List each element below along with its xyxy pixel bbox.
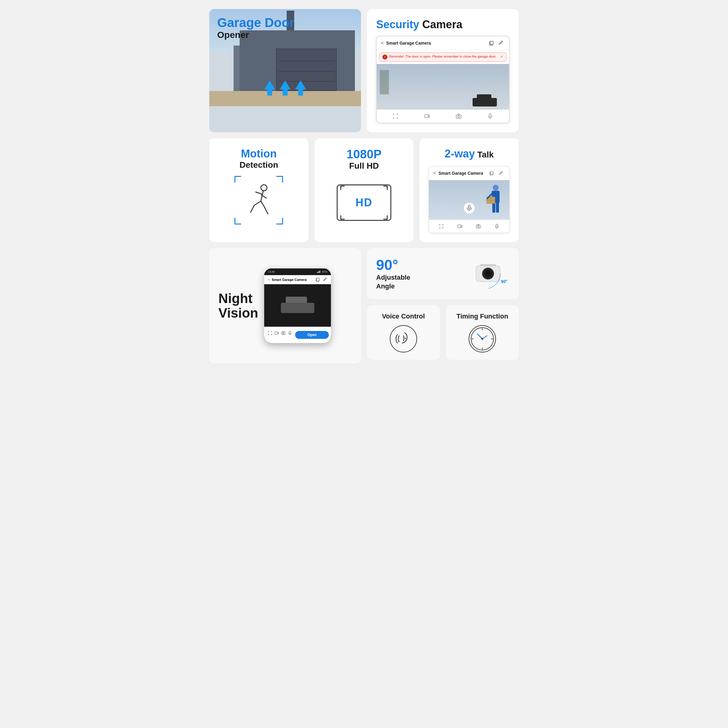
- svg-rect-16: [491, 171, 493, 174]
- svg-rect-35: [320, 271, 320, 273]
- camera-angle-svg: 90°: [461, 254, 509, 293]
- night-car-body: [281, 303, 314, 313]
- motion-brackets: [234, 176, 283, 225]
- microphone-icon[interactable]: [487, 113, 494, 119]
- twoway-camera-icon[interactable]: [475, 223, 482, 229]
- svg-rect-5: [489, 114, 491, 117]
- voice-control-icon: [390, 325, 417, 352]
- garage-title-overlay: Garage Door Opener: [209, 9, 302, 106]
- night-phone-mockup: 13:30 55% < Smart Garage Camera: [264, 268, 331, 343]
- angle-degree: 90°: [376, 257, 455, 273]
- shelf-object: [380, 70, 389, 94]
- alert-text: Reminder: The door is open. Please remem…: [389, 55, 496, 58]
- alert-icon: !: [382, 55, 387, 60]
- svg-point-29: [478, 226, 479, 228]
- hd-corner-tl: [340, 186, 344, 190]
- hd-screen: HD: [337, 184, 391, 221]
- night-edit-icon[interactable]: [323, 278, 327, 282]
- twoway-phone-bottom: [429, 220, 509, 232]
- phone-bottom-bar: [377, 110, 509, 122]
- security-camera-card: Security Camera < Smart Garage Camera ! …: [367, 9, 519, 132]
- twoway-fullscreen-icon[interactable]: [438, 223, 445, 229]
- alert-banner: ! Reminder: The door is open. Please rem…: [379, 52, 506, 61]
- timing-function-card: Timing Function: [446, 305, 519, 360]
- twoway-mic-icon[interactable]: [494, 223, 500, 229]
- hd-label: HD: [355, 196, 373, 209]
- twoway-edit-icon[interactable]: [498, 170, 505, 177]
- svg-rect-30: [496, 224, 498, 227]
- close-alert-button[interactable]: ✕: [500, 55, 503, 59]
- night-camera-view: [264, 284, 331, 327]
- angle-subtitle-line1: Adjustable: [376, 273, 455, 282]
- hd-icon: HD: [337, 183, 391, 222]
- svg-rect-33: [318, 271, 318, 273]
- security-phone-mockup: < Smart Garage Camera ! Reminder: The do…: [376, 36, 509, 123]
- svg-rect-41: [289, 331, 291, 334]
- video-icon[interactable]: [424, 113, 430, 119]
- svg-rect-34: [319, 271, 320, 273]
- garage-title-dark: Opener: [217, 30, 294, 40]
- row2: Motion Detection: [209, 138, 519, 242]
- hd-title-dark: Full HD: [349, 161, 379, 170]
- svg-point-17: [492, 185, 499, 191]
- status-icons: 55%: [317, 270, 327, 273]
- hd-card: 1080P Full HD HD: [315, 138, 414, 242]
- copy-icon[interactable]: [488, 40, 495, 47]
- battery-label: 55%: [322, 270, 327, 273]
- night-copy-icon[interactable]: [316, 278, 320, 282]
- angle-subtitle-line2: Angle: [376, 282, 455, 291]
- hd-corner-bl: [340, 216, 344, 220]
- svg-point-52: [482, 338, 483, 340]
- twoway-talk-card: 2-way Talk < Smart Garage Camera: [419, 138, 519, 242]
- night-video-icon[interactable]: [273, 330, 280, 336]
- twoway-video-icon[interactable]: [457, 223, 463, 229]
- night-open-btn[interactable]: Open: [293, 329, 330, 341]
- motion-detection-card: Motion Detection: [209, 138, 309, 242]
- svg-rect-1: [490, 41, 493, 44]
- svg-rect-20: [496, 202, 499, 213]
- page-wrapper: Garage Door Opener Security Camera < Sma…: [200, 0, 528, 373]
- twoway-copy-icon[interactable]: [488, 170, 496, 177]
- svg-rect-39: [281, 332, 285, 335]
- security-title-dark: Camera: [419, 18, 462, 31]
- svg-point-48: [405, 338, 406, 339]
- hd-corner-tr: [384, 186, 388, 190]
- svg-point-4: [458, 116, 460, 118]
- svg-rect-2: [425, 115, 428, 118]
- night-back-btn[interactable]: <: [268, 278, 270, 281]
- angle-text: 90° Adjustable Angle: [376, 257, 455, 291]
- night-phone-header: < Smart Garage Camera: [264, 275, 331, 284]
- night-car-object: [281, 298, 314, 313]
- time-label: 13:30: [268, 270, 275, 273]
- svg-rect-25: [468, 205, 470, 208]
- night-phone-bottom-bar: Open: [264, 327, 331, 343]
- fullscreen-icon[interactable]: [392, 113, 399, 119]
- row3: Night Vision 13:30 55% < Smart Garage Ca…: [209, 248, 519, 363]
- night-fullscreen-icon[interactable]: [267, 330, 273, 336]
- open-button-label[interactable]: Open: [295, 331, 329, 339]
- hd-title: 1080P Full HD: [346, 147, 382, 171]
- night-phone-status-bar: 13:30 55%: [264, 268, 331, 275]
- night-mic-icon[interactable]: [287, 330, 293, 336]
- hd-brackets: HD: [355, 196, 373, 209]
- twoway-back-button[interactable]: <: [433, 170, 436, 176]
- corner-bl: [234, 218, 241, 225]
- edit-icon[interactable]: [497, 40, 505, 47]
- corner-tl: [234, 176, 241, 183]
- car-object: [473, 94, 497, 107]
- motion-icon: [234, 176, 283, 225]
- twoway-phone-title: Smart Garage Camera: [439, 171, 486, 176]
- camera-icon[interactable]: [455, 113, 462, 119]
- night-phone-title: Smart Garage Camera: [272, 278, 314, 281]
- motion-title-blue: Motion: [241, 147, 277, 160]
- mic-overlay-icon[interactable]: [464, 203, 475, 214]
- garage-title-blue: Garage Door: [217, 16, 294, 30]
- motion-title-dark: Detection: [240, 160, 278, 170]
- night-camera-icon[interactable]: [280, 330, 287, 336]
- twoway-phone-mockup: < Smart Garage Camera: [428, 166, 509, 233]
- voice-control-card: Voice Control: [367, 305, 440, 360]
- signal-icon: [317, 271, 321, 273]
- back-button[interactable]: <: [381, 40, 384, 46]
- garage-image-area: Garage Door Opener: [209, 9, 361, 106]
- timing-function-title: Timing Function: [457, 312, 508, 320]
